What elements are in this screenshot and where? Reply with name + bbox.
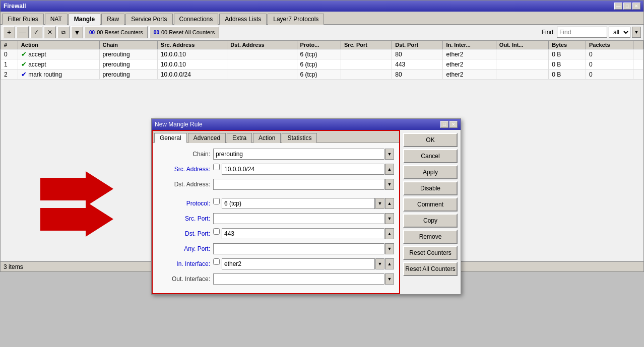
- chain-dropdown-arrow[interactable]: ▼: [385, 149, 394, 160]
- copy-dialog-button[interactable]: Copy: [403, 214, 458, 228]
- in-interface-input[interactable]: [222, 258, 375, 269]
- table-row[interactable]: 2 ✔ mark routing prerouting 10.0.0.0/24 …: [1, 70, 643, 80]
- filter-select[interactable]: all: [609, 27, 630, 38]
- tab-connections[interactable]: Connections: [174, 14, 219, 25]
- src-address-checkbox[interactable]: [213, 164, 220, 170]
- any-port-input[interactable]: [213, 243, 384, 254]
- dst-port-row: Dst. Port: ▲: [158, 228, 394, 240]
- new-mangle-rule-dialog: New Mangle Rule □ ✕ General Advanced Ext…: [151, 118, 461, 295]
- dialog-tab-general[interactable]: General: [154, 133, 187, 143]
- dialog-close-button[interactable]: ✕: [449, 121, 458, 128]
- cell-packets: 0: [586, 59, 633, 70]
- any-port-dropdown-btn[interactable]: ▼: [385, 243, 394, 254]
- disable-button[interactable]: ✕: [44, 26, 56, 38]
- cell-src-addr: 10.0.0.0/24: [157, 70, 227, 80]
- chain-row: Chain: ▼: [158, 148, 394, 160]
- dialog-tab-advanced[interactable]: Advanced: [188, 133, 226, 143]
- any-port-input-group: ▼: [213, 243, 394, 254]
- cell-chain: prerouting: [99, 70, 157, 80]
- dialog-reset-counters-button[interactable]: Reset Counters: [403, 246, 458, 260]
- filter-button[interactable]: ▼: [71, 26, 83, 38]
- filter-icon: ▼: [74, 29, 81, 36]
- reset-counters-label: 00 Reset Counters: [97, 29, 143, 35]
- tab-mangle[interactable]: Mangle: [69, 14, 100, 25]
- in-interface-up-btn[interactable]: ▲: [385, 258, 394, 269]
- filter-select-arrow[interactable]: ▼: [632, 27, 641, 38]
- in-interface-label: In. Interface:: [158, 260, 213, 267]
- cell-packets: 0: [586, 49, 633, 59]
- oo-icon-reset: 00: [89, 30, 95, 35]
- tab-nat[interactable]: NAT: [45, 14, 68, 25]
- cell-bytes: 0 B: [549, 70, 586, 80]
- protocol-input[interactable]: [222, 198, 375, 209]
- dialog-tab-statistics[interactable]: Statistics: [282, 133, 317, 143]
- protocol-up-btn[interactable]: ▲: [385, 198, 394, 209]
- dialog-reset-all-counters-button[interactable]: Reset All Counters: [403, 262, 458, 276]
- dialog-form: Chain: ▼ Src. Address: ▲: [153, 143, 399, 293]
- cell-dst-addr: [227, 70, 297, 80]
- apply-button[interactable]: Apply: [403, 165, 458, 179]
- reset-all-counters-button[interactable]: 00 00 Reset All Counters: [149, 26, 220, 38]
- reset-counters-button[interactable]: 00 00 Reset Counters: [85, 26, 148, 38]
- src-port-dropdown-btn[interactable]: ▼: [385, 213, 394, 224]
- cell-chain: prerouting: [99, 59, 157, 70]
- reset-all-counters-label: 00 Reset All Counters: [161, 29, 215, 35]
- dst-address-dropdown-btn[interactable]: ▼: [385, 179, 394, 190]
- out-interface-row: Out. Interface: ▼: [158, 273, 394, 285]
- add-button[interactable]: +: [3, 26, 15, 38]
- table-row[interactable]: 1 ✔ accept prerouting 10.0.0.10 6 (tcp) …: [1, 59, 643, 70]
- src-port-input[interactable]: [213, 213, 384, 224]
- ok-button[interactable]: OK: [403, 133, 458, 147]
- dst-address-input-group: ▼: [213, 179, 394, 190]
- out-interface-label: Out. Interface:: [158, 275, 213, 283]
- tab-address-lists[interactable]: Address Lists: [219, 14, 267, 25]
- tab-service-ports[interactable]: Service Ports: [125, 14, 172, 25]
- minimize-button[interactable]: —: [614, 3, 622, 10]
- in-interface-dropdown-btn[interactable]: ▼: [375, 258, 384, 269]
- dialog-content: General Advanced Extra Action Statistics…: [152, 130, 461, 294]
- out-interface-input-group: ▼: [213, 273, 394, 285]
- dst-port-input-group: ▲: [213, 228, 394, 239]
- enable-button[interactable]: ✓: [30, 26, 42, 38]
- comment-button[interactable]: Comment: [403, 197, 458, 212]
- tab-raw[interactable]: Raw: [101, 14, 124, 25]
- src-address-up-btn[interactable]: ▲: [385, 164, 394, 175]
- protocol-row: Protocol: ▼ ▲: [158, 197, 394, 210]
- protocol-checkbox[interactable]: [213, 198, 220, 204]
- cancel-button[interactable]: Cancel: [403, 149, 458, 163]
- dst-address-input[interactable]: [213, 179, 384, 190]
- chain-label: Chain:: [158, 151, 213, 158]
- find-input[interactable]: [557, 27, 607, 38]
- chain-input[interactable]: [213, 149, 384, 160]
- table-row[interactable]: 0 ✔ accept prerouting 10.0.0.10 6 (tcp) …: [1, 49, 643, 59]
- form-spacer: [158, 193, 394, 197]
- close-button[interactable]: ✕: [632, 3, 640, 10]
- dialog-title-buttons: □ ✕: [440, 121, 458, 128]
- out-interface-dropdown-btn[interactable]: ▼: [385, 273, 394, 285]
- cell-dst-port: 443: [392, 59, 443, 70]
- col-header-src-port: Src. Port: [341, 41, 392, 49]
- dialog-minimize-button[interactable]: □: [440, 121, 448, 128]
- tab-filter-rules[interactable]: Filter Rules: [2, 14, 44, 25]
- tab-layer7-protocols[interactable]: Layer7 Protocols: [268, 14, 324, 25]
- dst-port-input[interactable]: [222, 228, 384, 239]
- dst-port-label: Dst. Port:: [158, 230, 213, 237]
- protocol-dropdown-btn[interactable]: ▼: [375, 198, 384, 209]
- col-header-action: Action: [18, 41, 99, 49]
- col-header-proto: Proto...: [297, 41, 341, 49]
- out-interface-input[interactable]: [213, 273, 384, 285]
- maximize-button[interactable]: □: [623, 3, 631, 10]
- col-header-in-iface: In. Inter...: [443, 41, 496, 49]
- find-label: Find: [542, 29, 553, 36]
- dst-port-checkbox[interactable]: [213, 228, 220, 235]
- disable-button[interactable]: Disable: [403, 181, 458, 195]
- remove-button[interactable]: Remove: [403, 230, 458, 244]
- remove-button[interactable]: —: [17, 26, 29, 38]
- src-address-input[interactable]: [222, 164, 384, 175]
- dialog-tab-action[interactable]: Action: [253, 133, 281, 143]
- in-interface-checkbox[interactable]: [213, 258, 220, 265]
- dst-port-up-btn[interactable]: ▲: [385, 228, 394, 239]
- dialog-tab-extra[interactable]: Extra: [227, 133, 252, 143]
- cell-dst-port: 80: [392, 49, 443, 59]
- copy-button[interactable]: ⧉: [57, 26, 70, 38]
